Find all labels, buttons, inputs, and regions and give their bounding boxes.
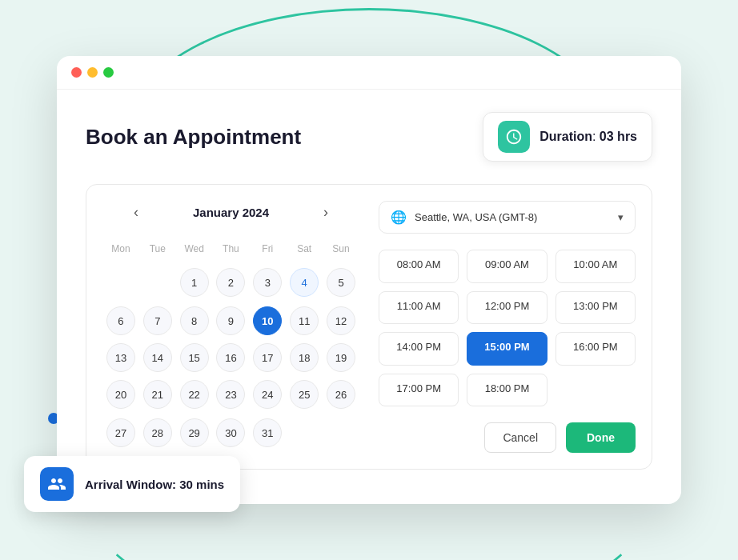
calendar-section: ‹ January 2024 › Mon Tue Wed Thu Fri [102,201,359,453]
day-30[interactable]: 30 [216,418,245,447]
time-slot-16-00-PM[interactable]: 16:00 PM [556,332,636,366]
day-24[interactable]: 24 [253,380,282,409]
cancel-button[interactable]: Cancel [484,422,556,453]
day-header-fri: Fri [249,238,286,262]
done-button[interactable]: Done [566,422,636,453]
calendar-week-5: 2728293031 [102,413,359,453]
traffic-lights [71,67,114,78]
globe-icon: 🌐 [391,210,407,225]
time-slot-08-00-AM[interactable]: 08:00 AM [379,250,459,283]
header-row: Book an Appointment Duration: 03 hrs [86,112,652,162]
day-20[interactable]: 20 [106,380,135,409]
day-15[interactable]: 15 [180,343,209,372]
arrival-icon-wrap [40,467,74,501]
day-8[interactable]: 8 [180,306,209,335]
calendar-header: ‹ January 2024 › [102,201,359,224]
day-header-tue: Tue [139,238,176,262]
day-16[interactable]: 16 [216,343,245,372]
time-slot-12-00-PM[interactable]: 12:00 PM [467,291,547,325]
day-header-wed: Wed [176,238,213,262]
day-23[interactable]: 23 [216,380,245,409]
time-slot-13-00-PM[interactable]: 13:00 PM [556,291,636,325]
main-panel: ‹ January 2024 › Mon Tue Wed Thu Fri [86,184,652,470]
duration-text: Duration: 03 hrs [539,130,637,144]
day-18[interactable]: 18 [290,343,319,372]
day-17[interactable]: 17 [253,343,282,372]
close-button-dot[interactable] [71,67,82,78]
prev-month-button[interactable]: ‹ [127,201,145,224]
arrival-window-label: Arrival Window: 30 mins [85,478,224,491]
browser-window: Book an Appointment Duration: 03 hrs ‹ J… [57,56,681,504]
timezone-label: Seattle, WA, USA (GMT-8) [415,211,537,223]
day-12[interactable]: 12 [327,306,355,335]
minimize-button-dot[interactable] [87,67,98,78]
time-slot-11-00-AM[interactable]: 11:00 AM [379,291,459,325]
calendar-week-2: 6789101112 [102,302,359,339]
day-header-sat: Sat [286,238,323,262]
calendar-week-3: 13141516171819 [102,339,359,376]
day-27[interactable]: 27 [106,418,135,447]
day-9[interactable]: 9 [216,306,245,335]
time-slot-15-00-PM[interactable]: 15:00 PM [467,332,547,366]
calendar-grid: Mon Tue Wed Thu Fri Sat Sun 12345678 [102,238,359,453]
chevron-down-icon: ▾ [618,211,624,223]
next-month-button[interactable]: › [317,201,335,224]
action-row: Cancel Done [379,422,636,453]
arrival-window-badge: Arrival Window: 30 mins [24,456,240,512]
calendar-month-title: January 2024 [193,206,269,219]
duration-icon-wrap [498,121,530,153]
time-slot-14-00-PM[interactable]: 14:00 PM [379,332,459,366]
maximize-button-dot[interactable] [103,67,114,78]
day-6[interactable]: 6 [106,306,135,335]
time-slot-10-00-AM[interactable]: 10:00 AM [556,250,636,283]
day-header-thu: Thu [213,238,250,262]
calendar-day-headers: Mon Tue Wed Thu Fri Sat Sun [102,238,359,262]
time-slot-09-00-AM[interactable]: 09:00 AM [467,250,547,283]
browser-titlebar [57,56,681,90]
day-header-sun: Sun [323,238,359,262]
day-13[interactable]: 13 [106,343,135,372]
day-25[interactable]: 25 [290,380,319,409]
timezone-selector[interactable]: 🌐 Seattle, WA, USA (GMT-8) ▾ [379,201,636,234]
page-title: Book an Appointment [86,125,301,150]
day-29[interactable]: 29 [180,418,209,447]
time-slots-grid: 08:00 AM09:00 AM10:00 AM11:00 AM12:00 PM… [379,250,636,406]
time-section: 🌐 Seattle, WA, USA (GMT-8) ▾ 08:00 AM09:… [379,201,636,453]
day-7[interactable]: 7 [143,306,172,335]
day-28[interactable]: 28 [143,418,172,447]
day-26[interactable]: 26 [327,380,355,409]
day-header-mon: Mon [102,238,139,262]
day-11[interactable]: 11 [290,306,319,335]
day-22[interactable]: 22 [180,380,209,409]
day-10[interactable]: 10 [253,306,282,335]
calendar-week-1: 12345 [102,262,359,302]
duration-label: Duration [539,130,592,143]
day-19[interactable]: 19 [327,343,355,372]
day-3[interactable]: 3 [253,268,282,297]
duration-badge: Duration: 03 hrs [483,112,652,162]
day-1[interactable]: 1 [180,268,209,297]
day-14[interactable]: 14 [143,343,172,372]
day-5[interactable]: 5 [327,268,355,297]
browser-content: Book an Appointment Duration: 03 hrs ‹ J… [57,90,681,498]
day-21[interactable]: 21 [143,380,172,409]
time-slot-17-00-PM[interactable]: 17:00 PM [379,374,459,407]
day-2[interactable]: 2 [216,268,245,297]
time-slot-18-00-PM[interactable]: 18:00 PM [467,374,547,407]
duration-value: 03 hrs [600,130,637,143]
clock-icon [505,128,523,146]
people-icon [47,474,66,494]
calendar-week-4: 20212223242526 [102,376,359,413]
day-31[interactable]: 31 [253,418,282,447]
day-4[interactable]: 4 [290,268,319,297]
